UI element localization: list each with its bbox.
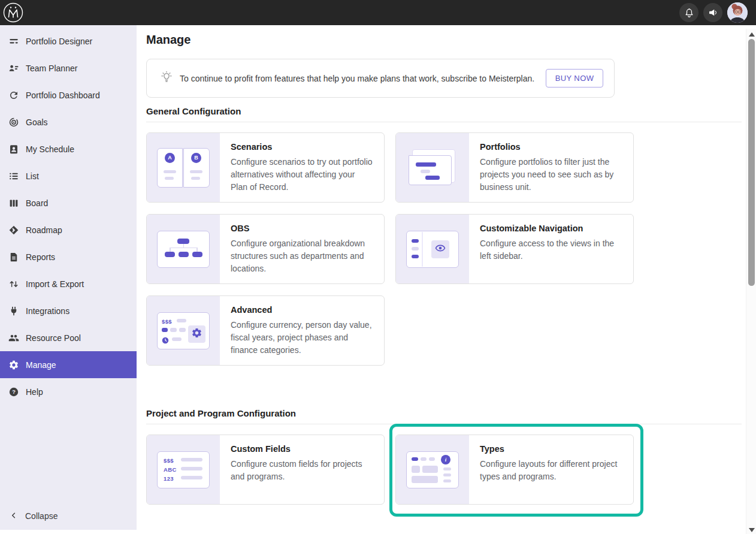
card-description: Configure portfolios to filter just the … <box>480 156 622 194</box>
sidebar-item-help[interactable]: ? Help <box>0 378 137 405</box>
sidebar-item-portfolio-designer[interactable]: Portfolio Designer <box>0 28 137 55</box>
card-portfolios[interactable]: Portfolios Configure portfolios to filte… <box>395 132 634 203</box>
roadmap-diamond-icon <box>8 224 20 236</box>
scrollbar-up-arrow-icon[interactable] <box>749 32 755 37</box>
integrations-plug-icon <box>8 305 20 317</box>
sidebar-item-label: Help <box>26 387 43 397</box>
card-title: Custom Fields <box>231 444 373 454</box>
portfolios-illustration <box>396 133 469 202</box>
topbar <box>0 0 756 25</box>
sidebar-item-label: List <box>26 171 39 181</box>
section-title-project-program-configuration: Project and Program Configuration <box>146 408 296 418</box>
customizable-navigation-illustration <box>396 215 469 283</box>
sidebar-item-label: Team Planner <box>26 64 77 73</box>
topbar-actions <box>679 2 748 23</box>
card-description: Configure access to the views in the lef… <box>480 237 622 263</box>
sidebar-item-team-planner[interactable]: Team Planner <box>0 55 137 82</box>
user-avatar[interactable] <box>727 2 748 23</box>
types-illustration: i <box>396 435 469 504</box>
advanced-money-label: $$$ <box>162 319 172 325</box>
card-title: Advanced <box>231 305 373 315</box>
vertical-scrollbar-thumb[interactable] <box>748 39 755 286</box>
sidebar-item-label: Goals <box>26 117 48 127</box>
help-question-icon: ? <box>8 386 20 398</box>
card-custom-fields[interactable]: $$$ ABC 123 Custom Fields Configure cust… <box>146 435 385 505</box>
card-scenarios[interactable]: A B Scenarios Configure scenarios to try… <box>146 132 385 203</box>
sidebar-item-goals[interactable]: Goals <box>0 108 137 135</box>
general-configuration-grid: A B Scenarios Configure scenarios to try… <box>146 132 634 366</box>
card-title: Customizable Navigation <box>480 224 622 233</box>
custom-fields-abc-label: ABC <box>164 467 177 473</box>
manage-gear-icon <box>8 359 20 371</box>
sidebar-item-manage[interactable]: Manage <box>0 351 137 378</box>
sidebar-collapse-button[interactable]: Collapse <box>0 502 137 530</box>
sidebar-item-label: My Schedule <box>26 144 74 154</box>
sidebar-item-label: Board <box>26 198 48 208</box>
advanced-illustration: $$$ <box>147 296 220 365</box>
card-description: Configure organizational breakdown struc… <box>231 237 373 275</box>
portfolio-dashboard-icon <box>8 89 20 101</box>
resource-pool-people-icon <box>8 332 20 344</box>
meisterplan-logo-icon[interactable] <box>2 2 24 24</box>
sidebar-item-label: Manage <box>26 360 56 370</box>
horizontal-scrollbar-track <box>0 530 746 534</box>
scenarios-illustration: A B <box>147 133 220 202</box>
scenario-b-badge: B <box>191 153 201 163</box>
collapse-label: Collapse <box>25 511 58 521</box>
sidebar-item-label: Portfolio Dashboard <box>26 90 100 100</box>
page-title: Manage <box>146 33 190 47</box>
card-types[interactable]: i Types Configure layouts for different … <box>395 435 634 505</box>
custom-fields-money-label: $$$ <box>164 458 174 464</box>
scenario-a-badge: A <box>165 153 175 163</box>
gear-icon <box>191 327 202 341</box>
main-content: Manage To continue to profit from featur… <box>137 25 756 534</box>
card-obs[interactable]: OBS Configure organizational breakdown s… <box>146 214 385 284</box>
eye-icon <box>434 242 446 257</box>
clock-icon <box>162 336 169 346</box>
section-divider <box>146 424 742 424</box>
sidebar-item-portfolio-dashboard[interactable]: Portfolio Dashboard <box>0 82 137 108</box>
scrollbar-down-arrow-icon[interactable] <box>749 528 755 532</box>
card-description: Configure custom fields for projects and… <box>231 458 373 483</box>
announcements-megaphone-icon[interactable] <box>703 3 722 22</box>
sidebar: Portfolio Designer Team Planner Portfoli… <box>0 25 137 530</box>
sidebar-item-list[interactable]: List <box>0 162 137 189</box>
section-divider <box>146 122 742 122</box>
team-planner-icon <box>8 62 20 74</box>
reports-document-icon <box>8 251 20 263</box>
card-customizable-navigation[interactable]: Customizable Navigation Configure access… <box>395 214 634 284</box>
portfolio-designer-icon <box>8 35 20 47</box>
svg-text:?: ? <box>12 389 16 395</box>
custom-fields-illustration: $$$ ABC 123 <box>147 435 220 504</box>
goals-target-icon <box>8 116 20 128</box>
sidebar-item-roadmap[interactable]: Roadmap <box>0 216 137 243</box>
sidebar-item-import-export[interactable]: Import & Export <box>0 270 137 297</box>
sidebar-item-my-schedule[interactable]: My Schedule <box>0 135 137 162</box>
import-export-arrows-icon <box>8 278 20 290</box>
lightbulb-icon <box>160 71 173 86</box>
card-description: Configure currency, person day value, fi… <box>231 319 373 357</box>
info-icon: i <box>441 455 450 464</box>
sidebar-item-label: Resource Pool <box>26 333 81 343</box>
sidebar-item-resource-pool[interactable]: Resource Pool <box>0 324 137 351</box>
sidebar-item-label: Portfolio Designer <box>26 37 92 46</box>
card-description: Configure layouts for different project … <box>480 458 622 483</box>
board-columns-icon <box>8 197 20 209</box>
buy-now-button[interactable]: BUY NOW <box>546 69 603 88</box>
notifications-bell-icon[interactable] <box>679 3 698 22</box>
my-schedule-badge-icon <box>8 143 20 155</box>
obs-illustration <box>147 215 220 283</box>
card-title: Scenarios <box>231 142 373 152</box>
card-title: Portfolios <box>480 142 622 152</box>
card-title: Types <box>480 444 622 454</box>
sidebar-item-board[interactable]: Board <box>0 189 137 216</box>
types-card-wrapper: i Types Configure layouts for different … <box>395 435 634 505</box>
sidebar-item-label: Roadmap <box>26 225 62 235</box>
custom-fields-123-label: 123 <box>164 476 174 482</box>
sidebar-item-reports[interactable]: Reports <box>0 243 137 270</box>
card-advanced[interactable]: $$$ Advanced <box>146 295 385 366</box>
vertical-scrollbar[interactable] <box>746 29 756 534</box>
sidebar-item-label: Import & Export <box>26 279 84 289</box>
sidebar-item-integrations[interactable]: Integrations <box>0 297 137 324</box>
card-title: OBS <box>231 224 373 233</box>
